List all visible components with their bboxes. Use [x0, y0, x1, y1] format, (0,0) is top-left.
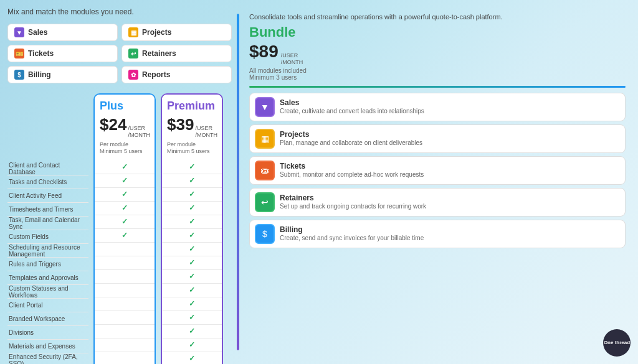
feature-11: Branded Workspace	[7, 312, 88, 326]
bundle-sales-icon: ▼	[255, 97, 275, 117]
bundle-divider	[249, 86, 626, 88]
plus-check-6	[95, 243, 155, 256]
bundle-retainers-text: Retainers Set up and track ongoing contr…	[280, 194, 620, 210]
plan-plus: Plus $24 /USER/MONTH Per moduleMinimum 5…	[93, 93, 156, 364]
premium-dollar: $39	[167, 115, 194, 134]
plus-dollar: $24	[100, 115, 126, 134]
bundle-sales-text: Sales Create, cultivate and convert lead…	[280, 98, 620, 115]
retainers-icon: ↩	[128, 49, 138, 58]
bundle-dollar: $89	[249, 42, 279, 62]
badge-sales[interactable]: ▼ Sales	[7, 24, 118, 41]
features-list: Client and Contact Database Tasks and Ch…	[7, 93, 88, 364]
feature-1: Tasks and Checklists	[7, 175, 88, 189]
badge-projects[interactable]: ▦ Projects	[121, 24, 232, 41]
premium-name: Premium	[167, 100, 217, 113]
projects-icon: ▦	[128, 27, 138, 37]
bundle-card-billing: $ Billing Create, send and sync invoices…	[249, 220, 626, 248]
bundle-card-sales: ▼ Sales Create, cultivate and convert le…	[249, 93, 626, 121]
bundle-card-retainers: ↩ Retainers Set up and track ongoing con…	[249, 188, 626, 217]
sales-icon: ▼	[14, 27, 24, 37]
premium-note: Per moduleMinimum 5 users	[167, 141, 217, 156]
plus-check-9	[95, 284, 155, 297]
main-container: Mix and match the modules you need. ▼ Sa…	[0, 0, 638, 364]
tickets-icon: 🎫	[14, 49, 24, 58]
bundle-billing-icon: $	[255, 224, 275, 244]
premium-check-0: ✓	[162, 161, 222, 174]
feature-8: Templates and Approvals	[7, 271, 88, 285]
badge-tickets[interactable]: 🎫 Tickets	[7, 45, 118, 62]
plus-check-12	[95, 325, 155, 338]
feature-12: Divisions	[7, 326, 88, 340]
pricing-columns: Client and Contact Database Tasks and Ch…	[7, 93, 232, 364]
bundle-card-projects: ▦ Projects Plan, manage and collaborate …	[249, 124, 626, 153]
bundle-per: /USER/MONTH	[281, 52, 303, 66]
plus-check-2: ✓	[95, 188, 155, 202]
badge-reports[interactable]: ✿ Reports	[121, 66, 232, 83]
premium-check-7: ✓	[162, 256, 222, 270]
premium-check-10: ✓	[162, 297, 222, 311]
badge-billing[interactable]: $ Billing	[7, 66, 118, 83]
modules-header: Mix and match the modules you need.	[7, 7, 232, 16]
feature-5: Custom Fields	[7, 230, 88, 244]
plus-check-1: ✓	[95, 174, 155, 188]
tickets-label: Tickets	[28, 49, 54, 58]
bundle-tickets-icon: 🎟	[255, 161, 275, 180]
plus-note: Per moduleMinimum 5 users	[100, 141, 150, 156]
bundle-tickets-name: Tickets	[280, 162, 620, 170]
premium-check-11: ✓	[162, 311, 222, 325]
feature-6: Scheduling and Resource Management	[7, 244, 88, 258]
reports-label: Reports	[142, 70, 170, 79]
projects-label: Projects	[142, 28, 171, 37]
premium-check-8: ✓	[162, 270, 222, 284]
premium-check-3: ✓	[162, 202, 222, 215]
premium-check-13: ✓	[162, 338, 222, 352]
plus-price: $24 /USER/MONTH	[100, 115, 150, 139]
onethread-logo: One thread	[603, 329, 631, 357]
plus-check-11	[95, 311, 155, 325]
bundle-sales-name: Sales	[280, 98, 620, 107]
right-panel: Consolidate tools and streamline operati…	[244, 7, 631, 357]
feature-13: Materials and Expenses	[7, 340, 88, 353]
bundle-tickets-desc: Submit, monitor and complete ad-hoc work…	[280, 170, 620, 179]
bundle-retainers-icon: ↩	[255, 192, 275, 212]
left-panel: Mix and match the modules you need. ▼ Sa…	[7, 7, 232, 357]
premium-checks: ✓ ✓ ✓ ✓ ✓ ✓ ✓ ✓ ✓ ✓ ✓ ✓ ✓ ✓ ✓	[162, 161, 222, 364]
feature-10: Client Portal	[7, 299, 88, 312]
feature-3: Timesheets and Timers	[7, 203, 88, 217]
plus-check-14	[95, 352, 155, 364]
premium-per: /USER/MONTH	[195, 125, 217, 139]
feature-4: Task, Email and Calendar Sync	[7, 217, 88, 230]
feature-14: Enhanced Security (2FA, SSO)	[7, 353, 88, 364]
bundle-billing-text: Billing Create, send and sync invoices f…	[280, 225, 620, 242]
vertical-divider	[237, 14, 239, 350]
billing-label: Billing	[28, 70, 51, 79]
badge-retainers[interactable]: ↩ Retainers	[121, 45, 232, 62]
feature-7: Rules and Triggers	[7, 258, 88, 271]
bundle-card-tickets: 🎟 Tickets Submit, monitor and complete a…	[249, 156, 626, 185]
premium-check-14: ✓	[162, 352, 222, 364]
bundle-tickets-text: Tickets Submit, monitor and complete ad-…	[280, 162, 620, 179]
bundle-billing-name: Billing	[280, 225, 620, 234]
sales-label: Sales	[28, 28, 47, 37]
bundle-projects-icon: ▦	[255, 129, 275, 149]
plus-checks: ✓ ✓ ✓ ✓ ✓ ✓	[95, 161, 155, 364]
plus-check-3: ✓	[95, 202, 155, 215]
premium-check-4: ✓	[162, 215, 222, 229]
plus-check-4: ✓	[95, 215, 155, 229]
bundle-title: Bundle	[249, 24, 626, 40]
bundle-billing-desc: Create, send and sync invoices for your …	[280, 234, 620, 242]
premium-check-12: ✓	[162, 325, 222, 338]
premium-price: $39 /USER/MONTH	[167, 115, 217, 139]
bundle-price: $89 /USER/MONTH	[249, 42, 626, 66]
plus-check-13	[95, 338, 155, 352]
reports-icon: ✿	[128, 70, 138, 80]
bundle-retainers-name: Retainers	[280, 194, 620, 202]
premium-check-6: ✓	[162, 243, 222, 256]
bundle-projects-text: Projects Plan, manage and collaborate on…	[280, 130, 620, 147]
premium-check-5: ✓	[162, 229, 222, 243]
module-badges: ▼ Sales ▦ Projects 🎫 Tickets ↩ Retainers…	[7, 24, 232, 83]
feature-2: Client Activity Feed	[7, 189, 88, 203]
premium-check-1: ✓	[162, 174, 222, 188]
bundle-sales-desc: Create, cultivate and convert leads into…	[280, 107, 620, 115]
plus-check-8	[95, 270, 155, 284]
